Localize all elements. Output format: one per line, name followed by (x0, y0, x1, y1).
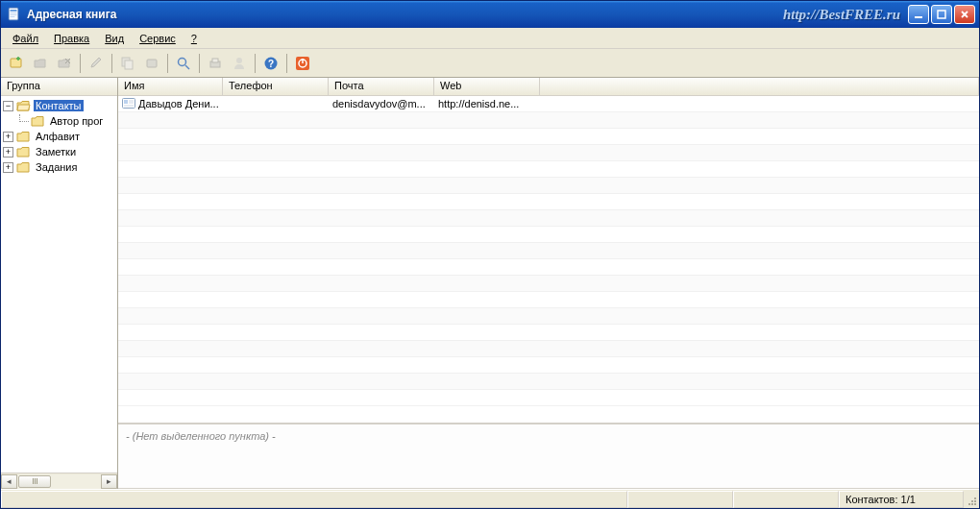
table-row[interactable] (118, 178, 979, 194)
folder-icon (16, 131, 31, 143)
table-row[interactable] (118, 325, 979, 341)
table-row[interactable] (118, 357, 979, 374)
svg-rect-14 (212, 59, 218, 62)
person-button[interactable] (228, 52, 251, 75)
table-row[interactable] (118, 161, 979, 178)
table-row[interactable] (118, 374, 979, 390)
power-button[interactable] (291, 52, 314, 75)
sidebar: Группа − Контакты Автор прог + Алфавит (1, 78, 118, 489)
table-row[interactable] (118, 227, 979, 243)
edit-button[interactable] (85, 52, 108, 75)
table-row[interactable] (118, 259, 979, 276)
table-row[interactable] (118, 292, 979, 308)
svg-point-15 (236, 58, 242, 63)
table-row[interactable] (118, 145, 979, 161)
menu-service[interactable]: Сервис (132, 31, 184, 46)
tree-item-contacts[interactable]: − Контакты (3, 98, 117, 113)
delete-button[interactable] (53, 52, 76, 75)
grid-header: Имя Телефон Почта Web (118, 78, 979, 96)
svg-rect-10 (125, 61, 133, 69)
status-count: Контактов: 1/1 (839, 491, 964, 508)
col-spacer (540, 78, 979, 95)
table-row[interactable] (118, 210, 979, 227)
menubar: Файл Правка Вид Сервис ? (1, 28, 979, 49)
svg-rect-30 (974, 497, 976, 499)
grid-body[interactable]: Давыдов Дени...denisdavydov@m...http://d… (118, 96, 979, 423)
new-contact-button[interactable] (5, 52, 28, 75)
close-button[interactable] (954, 5, 975, 24)
print-button[interactable] (204, 52, 227, 75)
tree-label: Контакты (34, 100, 84, 111)
svg-rect-21 (124, 100, 128, 104)
search-button[interactable] (172, 52, 195, 75)
window-title: Адресная книга (27, 8, 116, 21)
svg-rect-2 (11, 12, 17, 13)
help-button[interactable]: ? (259, 52, 282, 75)
svg-rect-25 (974, 503, 976, 505)
svg-rect-5 (915, 16, 922, 18)
expand-toggle[interactable]: + (3, 162, 13, 173)
tree-item-tasks[interactable]: + Задания (3, 159, 117, 175)
contacts-grid: Имя Телефон Почта Web Давыдов Дени...den… (118, 78, 979, 424)
menu-edit[interactable]: Правка (46, 31, 97, 46)
expand-toggle[interactable]: + (3, 147, 13, 158)
sidebar-scrollbar[interactable]: ◂ ▸ (1, 473, 117, 489)
svg-rect-28 (968, 503, 970, 505)
folder-icon (16, 161, 31, 174)
maximize-button[interactable] (931, 5, 952, 24)
svg-point-12 (179, 58, 186, 65)
scroll-right-button[interactable]: ▸ (101, 474, 117, 489)
details-empty-text: - (Нет выделенного пункта) - (126, 430, 276, 442)
svg-rect-22 (129, 101, 134, 102)
watermark-text: http://BestFREE.ru (783, 7, 900, 23)
tree-item-alphabet[interactable]: + Алфавит (3, 129, 117, 144)
col-email[interactable]: Почта (329, 78, 434, 95)
svg-rect-23 (129, 103, 134, 104)
expand-toggle[interactable]: − (3, 101, 13, 111)
details-panel: - (Нет выделенного пункта) - (118, 424, 979, 489)
tree-item-notes[interactable]: + Заметки (3, 144, 117, 159)
menu-file[interactable]: Файл (5, 31, 46, 46)
svg-rect-0 (9, 8, 18, 20)
table-row[interactable] (118, 129, 979, 145)
cell-name: Давыдов Дени... (138, 98, 219, 109)
col-phone[interactable]: Телефон (223, 78, 329, 95)
expand-toggle[interactable]: + (3, 132, 13, 142)
svg-rect-11 (147, 60, 157, 67)
app-icon (7, 7, 22, 22)
table-row[interactable]: Давыдов Дени...denisdavydov@m...http://d… (118, 96, 979, 112)
col-name[interactable]: Имя (118, 78, 223, 95)
table-row[interactable] (118, 112, 979, 129)
group-tree[interactable]: − Контакты Автор прог + Алфавит + (1, 96, 117, 473)
menu-help[interactable]: ? (184, 31, 205, 46)
tree-label: Заметки (34, 146, 78, 158)
table-row[interactable] (118, 276, 979, 292)
filter-button[interactable] (140, 52, 163, 75)
tree-item-author[interactable]: Автор прог (3, 113, 117, 129)
table-row[interactable] (118, 194, 979, 210)
svg-text:?: ? (268, 58, 274, 68)
scroll-thumb[interactable] (18, 475, 51, 488)
table-row[interactable] (118, 243, 979, 259)
svg-rect-27 (974, 500, 976, 502)
svg-rect-4 (11, 16, 15, 17)
open-folder-button[interactable] (29, 52, 52, 75)
table-row[interactable] (118, 341, 979, 357)
folder-icon (31, 115, 45, 128)
status-cell (627, 491, 733, 508)
table-row[interactable] (118, 390, 979, 406)
folder-icon (16, 146, 31, 158)
svg-rect-3 (11, 14, 17, 15)
svg-rect-7 (11, 59, 21, 67)
menu-view[interactable]: Вид (97, 31, 132, 46)
scroll-left-button[interactable]: ◂ (1, 474, 17, 489)
col-web[interactable]: Web (434, 78, 540, 95)
sidebar-header: Группа (1, 78, 117, 96)
toolbar: ? (1, 49, 979, 78)
minimize-button[interactable] (908, 5, 929, 24)
table-row[interactable] (118, 308, 979, 325)
svg-rect-1 (11, 10, 17, 12)
copy-button[interactable] (116, 52, 139, 75)
resize-grip-icon[interactable] (964, 491, 979, 508)
svg-rect-24 (124, 106, 134, 107)
